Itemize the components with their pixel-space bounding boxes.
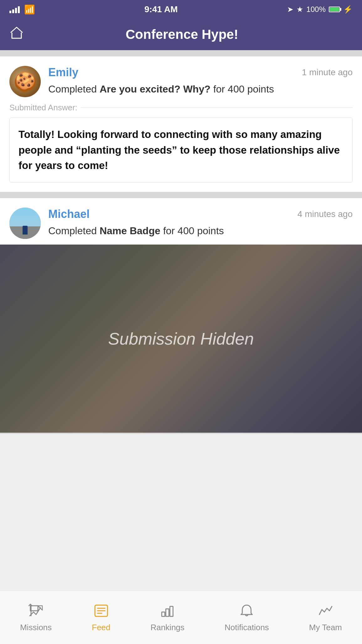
michael-action-suffix: for 400 points xyxy=(160,225,224,236)
status-bar: 📶 9:41 AM ➤ ★ 100% ⚡ xyxy=(0,0,362,19)
signal-bars xyxy=(9,6,20,13)
michael-action-prefix: Completed xyxy=(48,225,100,236)
emily-time-ago: 1 minute ago xyxy=(302,67,353,77)
bottom-nav: Missions Feed Rankings xyxy=(0,591,362,644)
emily-action-bold: Are you excited? Why? xyxy=(100,83,211,95)
emily-answer-text: Totally! Looking forward to connecting w… xyxy=(18,127,344,173)
emily-feed-item: Emily 1 minute ago Completed Are you exc… xyxy=(0,56,362,103)
svg-rect-7 xyxy=(162,612,165,616)
bluetooth-icon: ★ xyxy=(296,5,303,14)
submission-hidden-section: Submission Hidden xyxy=(0,245,362,433)
location-icon: ➤ xyxy=(287,5,293,14)
emily-username[interactable]: Emily xyxy=(48,66,78,79)
michael-username[interactable]: Michael xyxy=(48,208,90,221)
emily-answer-box: Totally! Looking forward to connecting w… xyxy=(9,118,353,182)
svg-rect-9 xyxy=(170,606,173,616)
svg-rect-8 xyxy=(166,609,169,616)
emily-action-text: Completed Are you excited? Why? for 400 … xyxy=(48,82,353,96)
submission-hidden-text: Submission Hidden xyxy=(108,329,254,348)
app-header: Conference Hype! xyxy=(0,19,362,50)
nav-item-feed[interactable]: Feed xyxy=(86,599,117,636)
michael-action-text: Completed Name Badge for 400 points xyxy=(48,224,353,238)
separator-top xyxy=(0,50,362,56)
status-bar-right: ➤ ★ 100% ⚡ xyxy=(287,5,353,14)
michael-post-info: Michael 4 minutes ago Completed Name Bad… xyxy=(48,208,353,238)
my-team-icon xyxy=(317,603,334,619)
home-icon[interactable] xyxy=(9,26,24,43)
wifi-icon: 📶 xyxy=(24,4,35,15)
nav-item-notifications[interactable]: Notifications xyxy=(218,599,275,636)
separator-middle xyxy=(0,192,362,198)
emily-answer-section: Submitted Answer: Totally! Looking forwa… xyxy=(0,103,362,192)
svg-marker-0 xyxy=(38,606,42,610)
rankings-label: Rankings xyxy=(150,623,184,632)
michael-time-ago: 4 minutes ago xyxy=(297,209,353,219)
missions-label: Missions xyxy=(20,623,52,632)
emily-post-top: Emily 1 minute ago xyxy=(48,66,353,79)
missions-icon xyxy=(28,603,44,619)
emily-action-prefix: Completed xyxy=(48,83,100,95)
emily-avatar xyxy=(9,66,41,97)
michael-feed-item: Michael 4 minutes ago Completed Name Bad… xyxy=(0,198,362,245)
app-title: Conference Hype! xyxy=(30,27,334,42)
nav-item-missions[interactable]: Missions xyxy=(14,599,58,636)
battery-percent: 100% xyxy=(307,5,326,14)
emily-action-suffix: for 400 points xyxy=(210,83,274,95)
michael-post-header: Michael 4 minutes ago Completed Name Bad… xyxy=(9,208,353,239)
battery-icon xyxy=(329,7,340,12)
bottom-nav-separator xyxy=(0,433,362,434)
my-team-label: My Team xyxy=(309,623,342,632)
michael-post-top: Michael 4 minutes ago xyxy=(48,208,353,221)
charging-icon: ⚡ xyxy=(343,5,353,14)
nav-item-rankings[interactable]: Rankings xyxy=(144,599,191,636)
michael-action-bold: Name Badge xyxy=(100,225,160,236)
status-bar-left: 📶 xyxy=(9,4,35,15)
feed-icon xyxy=(93,603,109,619)
nav-item-my-team[interactable]: My Team xyxy=(303,599,348,636)
status-bar-time: 9:41 AM xyxy=(144,4,178,14)
notifications-icon xyxy=(239,603,255,619)
feed-label: Feed xyxy=(92,623,110,632)
emily-post-header: Emily 1 minute ago Completed Are you exc… xyxy=(9,66,353,97)
notifications-label: Notifications xyxy=(224,623,269,632)
submitted-label: Submitted Answer: xyxy=(9,103,353,113)
rankings-icon xyxy=(159,603,176,619)
emily-post-info: Emily 1 minute ago Completed Are you exc… xyxy=(48,66,353,96)
michael-avatar xyxy=(9,208,41,239)
